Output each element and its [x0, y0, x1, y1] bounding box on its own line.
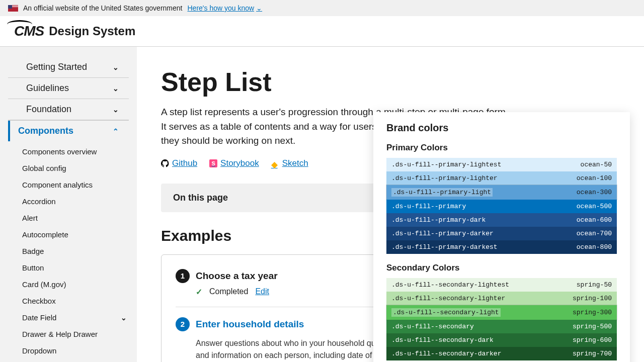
logo-text: Design System — [49, 24, 135, 38]
chevron-down-icon: ⌄ — [256, 4, 262, 12]
logo[interactable]: CMS Design System — [9, 23, 135, 39]
color-swatch: .ds-u-fill--primary-lightocean-300 — [386, 185, 617, 200]
swatch-token: spring-500 — [573, 323, 612, 330]
sub-item[interactable]: Accordion — [0, 193, 137, 210]
storybook-icon: S — [209, 159, 217, 167]
sub-item-date-field[interactable]: Date Field⌄ — [0, 309, 137, 326]
color-swatch: .ds-u-fill--secondary-darkspring-600 — [386, 333, 617, 347]
swatch-class: .ds-u-fill--primary-darkest — [391, 243, 498, 251]
color-swatch: .ds-u-fill--primary-darkerocean-700 — [386, 227, 617, 240]
chevron-up-icon: ⌃ — [113, 127, 119, 135]
gov-banner: An official website of the United States… — [0, 0, 644, 16]
sub-item[interactable]: Dropdown — [0, 342, 137, 359]
swatch-token: ocean-100 — [577, 174, 612, 182]
swatch-token: spring-300 — [573, 309, 612, 316]
color-swatch: .ds-u-fill--primary-lighterocean-100 — [386, 171, 617, 185]
nav-item-guidelines[interactable]: Guidelines⌄ — [8, 78, 129, 99]
sub-item[interactable]: Component analytics — [0, 176, 137, 193]
sidebar: Getting Started⌄ Guidelines⌄ Foundation⌄… — [0, 47, 137, 362]
swatch-class: .ds-u-fill--primary-darker — [391, 230, 494, 237]
color-swatch: .ds-u-fill--primary-darkestocean-800 — [386, 240, 617, 254]
swatch-class: .ds-u-fill--secondary-darker — [391, 350, 501, 357]
sub-item[interactable]: Button — [0, 259, 137, 276]
sub-item[interactable]: Autocomplete — [0, 226, 137, 243]
color-swatch: .ds-u-fill--primary-lightestocean-50 — [386, 158, 617, 171]
swatch-token: ocean-50 — [581, 161, 612, 168]
color-swatch: .ds-u-fill--primaryocean-500 — [386, 200, 617, 213]
swatch-class: .ds-u-fill--secondary-lighter — [391, 295, 505, 302]
swatch-token: ocean-300 — [577, 189, 612, 196]
swatch-token: ocean-700 — [577, 230, 612, 237]
sub-item[interactable]: Card (M.gov) — [0, 276, 137, 293]
primary-swatches: .ds-u-fill--primary-lightestocean-50.ds-… — [386, 158, 617, 254]
nav-item-components[interactable]: Components⌃ — [8, 120, 129, 141]
step-number: 1 — [176, 269, 190, 283]
sub-item[interactable]: Checkbox — [0, 293, 137, 309]
swatch-class: .ds-u-fill--secondary-lightest — [391, 281, 509, 289]
sub-item[interactable]: Alert — [0, 210, 137, 226]
secondary-heading: Secondary Colors — [386, 263, 617, 273]
main-content: Step List A step list represents a user'… — [137, 47, 644, 362]
logo-mark: CMS — [9, 23, 44, 39]
step-number: 2 — [176, 317, 190, 331]
primary-heading: Primary Colors — [386, 143, 617, 153]
nav-item-getting-started[interactable]: Getting Started⌄ — [8, 57, 129, 78]
swatch-token: spring-700 — [573, 350, 612, 357]
color-swatch: .ds-u-fill--secondary-lightestspring-50 — [386, 278, 617, 292]
overlay-heading: Brand colors — [386, 122, 617, 134]
chevron-down-icon: ⌄ — [113, 63, 119, 71]
github-link[interactable]: Github — [161, 158, 197, 168]
sketch-icon: ◆ — [271, 159, 279, 167]
color-swatch: .ds-u-fill--secondary-lightspring-300 — [386, 305, 617, 320]
swatch-class: .ds-u-fill--primary-light — [391, 188, 493, 197]
color-swatch: .ds-u-fill--secondary-darkerspring-700 — [386, 347, 617, 360]
step-status: Completed — [209, 287, 248, 296]
color-swatch: .ds-u-fill--primary-darkocean-600 — [386, 213, 617, 227]
chevron-down-icon: ⌄ — [113, 106, 119, 114]
swatch-token: ocean-800 — [577, 243, 612, 251]
secondary-swatches: .ds-u-fill--secondary-lightestspring-50.… — [386, 278, 617, 360]
sub-item[interactable]: Components overview — [0, 143, 137, 160]
storybook-link[interactable]: S Storybook — [209, 158, 259, 168]
swatch-class: .ds-u-fill--secondary-dark — [391, 336, 494, 344]
step-title: Enter household details — [196, 319, 304, 330]
swatch-token: ocean-500 — [577, 203, 612, 210]
us-flag-icon — [8, 5, 18, 12]
sub-item[interactable]: Badge — [0, 243, 137, 259]
edit-link[interactable]: Edit — [255, 287, 269, 296]
sketch-link[interactable]: ◆ Sketch — [271, 158, 308, 168]
color-swatch: .ds-u-fill--secondary-lighterspring-100 — [386, 292, 617, 305]
swatch-class: .ds-u-fill--primary — [391, 203, 466, 210]
swatch-token: spring-100 — [573, 295, 612, 302]
swatch-class: .ds-u-fill--primary-lighter — [391, 174, 498, 182]
step-title: Choose a tax year — [196, 270, 278, 282]
color-swatch: .ds-u-fill--secondaryspring-500 — [386, 320, 617, 333]
swatch-token: ocean-600 — [577, 216, 612, 224]
chevron-down-icon: ⌄ — [113, 84, 119, 93]
swatch-class: .ds-u-fill--primary-dark — [391, 216, 486, 224]
sidebar-sublist: Components overview Global config Compon… — [0, 141, 137, 361]
swatch-token: spring-600 — [573, 336, 612, 344]
banner-text: An official website of the United States… — [23, 4, 182, 12]
sub-item[interactable]: Global config — [0, 160, 137, 176]
chevron-down-icon: ⌄ — [121, 314, 127, 322]
page-title: Step List — [161, 67, 620, 97]
brand-colors-overlay: Brand colors Primary Colors .ds-u-fill--… — [373, 112, 630, 362]
swatch-class: .ds-u-fill--primary-lightest — [391, 161, 501, 168]
header: CMS Design System — [0, 16, 644, 47]
sub-item[interactable]: Drawer & Help Drawer — [0, 326, 137, 342]
check-icon: ✓ — [196, 287, 202, 297]
github-icon — [161, 159, 169, 167]
banner-link[interactable]: Here's how you know ⌄ — [187, 4, 262, 12]
swatch-token: spring-50 — [577, 281, 612, 289]
nav-item-foundation[interactable]: Foundation⌄ — [8, 99, 129, 120]
swatch-class: .ds-u-fill--secondary — [391, 323, 474, 330]
swatch-class: .ds-u-fill--secondary-light — [391, 308, 501, 317]
